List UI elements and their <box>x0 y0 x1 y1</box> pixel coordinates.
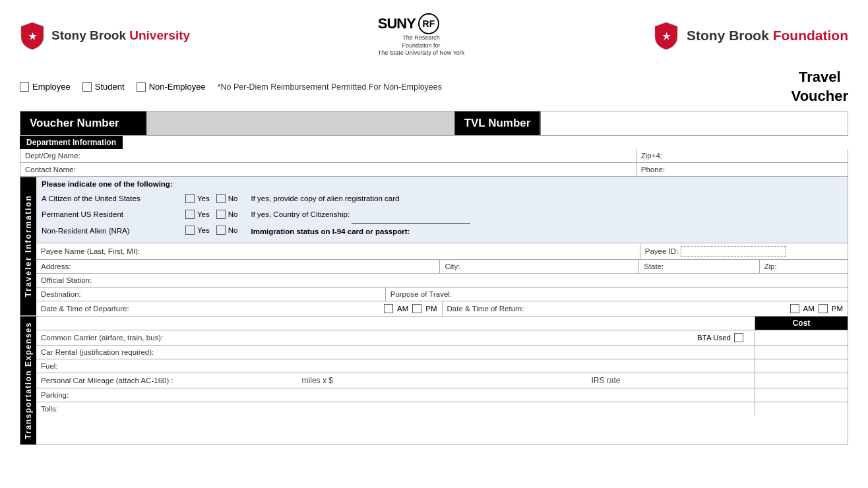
employee-checkbox-item[interactable]: Employee <box>20 82 71 92</box>
zip-cell: Zip+4: <box>636 149 848 162</box>
citizen-no3-checkbox[interactable] <box>216 226 226 235</box>
citizen-no1-row[interactable]: No <box>216 191 238 206</box>
svg-text:★: ★ <box>662 31 670 42</box>
citizen-no2-row[interactable]: No <box>216 206 238 222</box>
dept-tab: Department Information <box>20 136 123 149</box>
official-station-label: Official Station: <box>41 276 92 284</box>
bta-row: BTA Used <box>697 333 750 342</box>
transport-side-label: Transportation Expenses <box>20 317 36 444</box>
tolls-row: Tolls: <box>36 402 848 415</box>
citizen-yes-col: Yes Yes Yes <box>185 191 210 238</box>
citizen-row1: A Citizen of the United States <box>42 191 180 206</box>
immigration-note: Immigration status on I-94 card or passp… <box>251 224 470 239</box>
state-cell: State: <box>639 260 759 273</box>
departure-pm-label: PM <box>425 305 437 313</box>
citizen-yes2-checkbox[interactable] <box>185 210 195 219</box>
departure-cell: Date & Time of Departure: AM PM <box>36 301 443 316</box>
return-cell: Date & Time of Return: AM PM <box>443 301 848 316</box>
bta-used-label: BTA Used <box>697 334 731 342</box>
departure-pm-checkbox[interactable] <box>412 304 421 313</box>
address-cell: Address: <box>36 260 440 273</box>
departure-row: Date & Time of Departure: AM PM Date & T… <box>36 301 848 316</box>
citizen-no2-checkbox[interactable] <box>216 210 226 219</box>
mileage-middle: miles x $ <box>173 376 462 385</box>
student-label: Student <box>95 82 125 92</box>
citizen-yes3-checkbox[interactable] <box>185 226 195 235</box>
bta-checkbox[interactable] <box>734 333 743 342</box>
return-am-checkbox[interactable] <box>790 304 799 313</box>
fuel-label: Fuel: <box>41 362 58 370</box>
citizen-no1-checkbox[interactable] <box>216 194 226 203</box>
zip-cell-traveler: Zip: <box>760 260 848 273</box>
traveler-content: Please indicate one of the following: A … <box>36 177 848 315</box>
transport-content: Cost Common Carrier (airfare, train, bus… <box>36 317 848 444</box>
sbu-logo: ★ Stony Brook University <box>20 21 190 50</box>
zip-label-traveler: Zip: <box>764 262 777 270</box>
address-row: Address: City: State: Zip: <box>36 260 848 274</box>
departure-am-checkbox[interactable] <box>384 304 393 313</box>
citizen-yes1-checkbox[interactable] <box>185 194 195 203</box>
official-station-cell: Official Station: <box>36 274 848 287</box>
return-pm-label: PM <box>832 305 843 313</box>
parking-cell: Parking: <box>36 388 755 402</box>
official-station-row: Official Station: <box>36 274 848 288</box>
common-carrier-cost[interactable] <box>755 335 848 340</box>
mileage-label: Personal Car Mileage (attach AC-160) : <box>41 377 173 384</box>
parking-row: Parking: <box>36 388 848 402</box>
student-checkbox[interactable] <box>82 82 92 92</box>
fuel-cost[interactable] <box>755 363 848 369</box>
rf-circle: RF <box>418 13 439 34</box>
departure-label: Date & Time of Departure: <box>41 305 129 313</box>
common-carrier-cell: Common Carrier (airfare, train, bus): BT… <box>36 330 755 345</box>
payee-name-label: Payee Name (Last, First, MI): <box>41 247 140 255</box>
dept-info-section: Department Information Dept/Org Name: Zi… <box>20 136 848 177</box>
non-employee-checkbox-item[interactable]: Non-Employee <box>137 82 206 92</box>
tolls-cell: Tolls: <box>36 402 755 415</box>
car-rental-cell: Car Rental (justification required): <box>36 346 755 359</box>
non-employee-label: Non-Employee <box>149 82 206 92</box>
car-rental-row: Car Rental (justification required): <box>36 346 848 359</box>
citizen-no-col: No No No <box>216 191 238 238</box>
citizen-yes2-row[interactable]: Yes <box>185 206 210 222</box>
employee-checkbox[interactable] <box>20 82 29 92</box>
parking-cost[interactable] <box>755 392 848 398</box>
dept-row1: Dept/Org Name: Zip+4: <box>20 149 848 163</box>
traveler-side-label: Traveler Information <box>20 177 36 315</box>
state-label: State: <box>644 262 664 270</box>
destination-row: Destination: Purpose of Travel: <box>36 288 848 301</box>
common-carrier-row: Common Carrier (airfare, train, bus): BT… <box>36 330 848 346</box>
sbf-logo: ★ Stony Brook Foundation <box>652 21 848 50</box>
non-employee-checkbox[interactable] <box>137 82 146 92</box>
car-rental-cost[interactable] <box>755 350 848 355</box>
payee-id-cell: Payee ID: <box>640 243 848 259</box>
return-label: Date & Time of Return: <box>447 305 524 313</box>
svg-text:★: ★ <box>28 31 37 42</box>
cost-header-row: Cost <box>36 317 848 330</box>
contact-label: Contact Name: <box>25 166 76 173</box>
dept-name-cell: Dept/Org Name: <box>20 149 636 162</box>
return-ampm: AM PM <box>790 304 844 313</box>
tvl-number-input[interactable] <box>540 111 848 135</box>
return-value[interactable] <box>524 305 790 313</box>
fuel-cell: Fuel: <box>36 359 755 373</box>
destination-label: Destination: <box>41 290 81 298</box>
parking-label: Parking: <box>41 391 69 399</box>
mileage-cost[interactable] <box>755 378 848 383</box>
tolls-cost[interactable] <box>755 406 848 412</box>
city-cell: City: <box>440 260 639 273</box>
return-pm-checkbox[interactable] <box>819 304 828 313</box>
payee-id-input[interactable] <box>681 246 786 257</box>
voucher-number-input[interactable] <box>146 111 454 135</box>
country-input[interactable] <box>352 206 470 223</box>
city-label: City: <box>445 262 460 270</box>
mileage-irs: IRS rate <box>462 376 750 385</box>
alien-note1: If yes, provide copy of alien registrati… <box>251 191 470 206</box>
departure-value[interactable] <box>129 305 384 313</box>
citizen-yes1-row[interactable]: Yes <box>185 191 210 206</box>
destination-cell: Destination: <box>36 288 386 301</box>
citizen-no3-row[interactable]: No <box>216 222 238 238</box>
citizen-row2: Permanent US Resident <box>42 206 180 222</box>
citizen-yes3-row[interactable]: Yes <box>185 222 210 238</box>
dept-row2: Contact Name: Phone: <box>20 163 848 176</box>
student-checkbox-item[interactable]: Student <box>82 82 125 92</box>
